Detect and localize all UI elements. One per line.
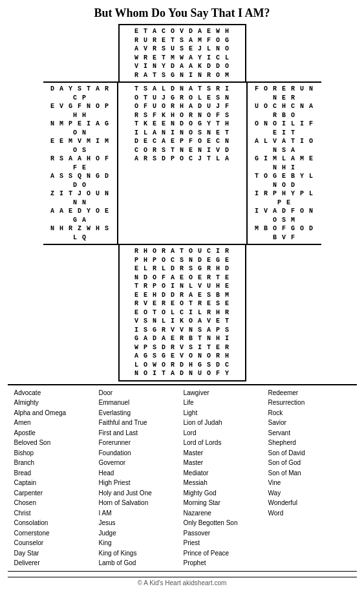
word-item: Captain	[14, 478, 96, 488]
word-item: Morning Star	[184, 498, 266, 508]
word-item: Faithful and True	[99, 418, 181, 428]
word-item: Governor	[99, 458, 181, 468]
grid-row: I R P H Y P L P E	[251, 189, 318, 207]
word-item: Bishop	[14, 448, 96, 458]
grid-row: I S G R V V N S A P S	[123, 326, 242, 335]
grid-row: E O T O L C I L R H R	[123, 308, 242, 317]
grid-row: F O R E R U N N E R	[251, 85, 318, 102]
cross-left: D A Y S T A R C PE V G F N O P H HN M P …	[43, 83, 118, 244]
grid-row: O N O I L I F E I T	[251, 120, 318, 137]
grid-row: E V G F N O P H H	[47, 102, 114, 120]
top-grid: E T A C O V D A E W HR U R E T S A M F O…	[120, 25, 245, 81]
grid-row: I L A N I N O S N E T	[122, 129, 243, 138]
word-item: Deliverer	[14, 558, 96, 568]
grid-row: I V A D F O N O S M	[251, 207, 318, 224]
grid-row: Z I T J O U N N N	[47, 189, 114, 207]
word-item: Amen	[14, 418, 96, 428]
cross-right: F O R E R U N N E RU O C H C N A R B OO …	[246, 83, 321, 244]
word-item: Prince of Peace	[184, 548, 266, 559]
word-item: Lion of Judah	[184, 418, 266, 428]
grid-row: N H R Z W H S L Q	[47, 224, 114, 242]
word-item: Foundation	[99, 448, 181, 458]
grid-row: C O R S T N E N I V D	[122, 146, 243, 155]
grid-row: O T U J G R O L E S N	[122, 94, 243, 103]
word-item: Master	[184, 448, 266, 458]
word-col-0: AdvocateAlmightyAlpha and OmegaAmenApost…	[14, 388, 96, 568]
word-item: Mighty God	[184, 488, 266, 499]
word-item: Lord of Lords	[184, 438, 266, 448]
word-item: Prophet	[184, 558, 266, 568]
word-item: Emmanuel	[99, 398, 181, 408]
word-item: Rock	[268, 408, 350, 418]
grid-row: R H O R A T O U C I R	[123, 247, 242, 256]
cross-center: T S A L D N A T S R IO T U J G R O L E S…	[118, 83, 246, 244]
grid-row: E T A C O V D A E W H	[123, 27, 242, 36]
word-item: Judge	[99, 528, 181, 539]
grid-row: T K E E N D O G Y T H	[122, 120, 243, 129]
grid-row: G I M L A M E N H I	[251, 155, 318, 172]
bottom-grid: R H O R A T O U C I RP H P O C S N D E G…	[120, 245, 245, 380]
grid-row: W P S D R V S I T E R	[123, 343, 242, 352]
grid-row: R S A A H O F F E	[47, 155, 114, 172]
grid-row: A G S G E V O N O R H	[123, 352, 242, 361]
grid-row: W R E T M W A Y I C L	[123, 54, 242, 63]
grid-row: U O C H C N A R B O	[251, 102, 318, 120]
word-item: Forerunner	[99, 438, 181, 448]
word-item: Holy and Just One	[99, 488, 181, 499]
word-item: I AM	[99, 508, 181, 519]
word-item: King	[99, 538, 181, 548]
word-item: Christ	[14, 508, 96, 519]
page-title: But Whom Do You Say That I AM?	[94, 6, 270, 20]
grid-row: A V R S U S E J L N O	[123, 45, 242, 54]
grid-row: O F U O R H A D U J F	[122, 102, 243, 111]
grid-row: L O W O R D H G S D C	[123, 361, 242, 370]
center-grid: T S A L D N A T S R IO T U J G R O L E S…	[118, 83, 246, 166]
word-item: Carpenter	[14, 488, 96, 499]
grid-row: A S S Q N G D D O	[47, 172, 114, 189]
word-item: Passover	[184, 528, 266, 539]
word-item: Jesus	[99, 518, 181, 528]
grid-row: N M P E I A G O N	[47, 120, 114, 137]
word-item: Messiah	[184, 478, 266, 488]
word-item: King of Kings	[99, 548, 181, 559]
grid-row: N O I T A D N U O F Y	[123, 369, 242, 378]
word-item: Alpha and Omega	[14, 408, 96, 418]
word-item: Head	[99, 468, 181, 478]
word-item: Advocate	[14, 388, 96, 398]
word-item: Day Star	[14, 548, 96, 559]
word-item: Priest	[184, 538, 266, 548]
word-item: Cornerstone	[14, 528, 96, 539]
grid-row: V S N L I K O A V E T	[123, 317, 242, 326]
cross-middle: D A Y S T A R C PE V G F N O P H HN M P …	[43, 81, 321, 245]
word-item: Vine	[268, 478, 350, 488]
word-item: Servant	[268, 428, 350, 438]
word-item: Shepherd	[268, 438, 350, 448]
word-item: Beloved Son	[14, 438, 96, 448]
grid-row: T R P O I N L V U H E	[123, 282, 242, 291]
word-item: Master	[184, 458, 266, 468]
word-item: Branch	[14, 458, 96, 468]
grid-row: R A T S G N I N R O M	[123, 71, 242, 80]
grid-row: T S A L D N A T S R I	[122, 85, 243, 94]
word-item: Almighty	[14, 398, 96, 408]
word-item: Son of God	[268, 458, 350, 468]
grid-row: G A D A E R B T N H I	[123, 334, 242, 343]
word-item: Resurrection	[268, 398, 350, 408]
word-col-3: RedeemerResurrectionRockSaviorServantShe…	[268, 388, 350, 568]
word-item: Apostle	[14, 428, 96, 438]
grid-row: M B O F G O D B V F	[251, 224, 318, 242]
word-item: Door	[99, 388, 181, 398]
word-item: High Priest	[99, 478, 181, 488]
grid-row: E L R L D R S G R H D	[123, 264, 242, 274]
grid-row: P H P O C S N D E G E	[123, 256, 242, 265]
word-item: Bread	[14, 468, 96, 478]
cross-puzzle: E T A C O V D A E W HR U R E T S A M F O…	[43, 24, 321, 381]
word-item: Chosen	[14, 498, 96, 508]
word-item: Light	[184, 408, 266, 418]
word-item: Son of David	[268, 448, 350, 458]
grid-row: R S F K H O R N O F S	[122, 111, 243, 120]
cross-top: E T A C O V D A E W HR U R E T S A M F O…	[118, 24, 246, 81]
word-item: First and Last	[99, 428, 181, 438]
word-item: Savior	[268, 418, 350, 428]
word-item: Son of Man	[268, 468, 350, 478]
